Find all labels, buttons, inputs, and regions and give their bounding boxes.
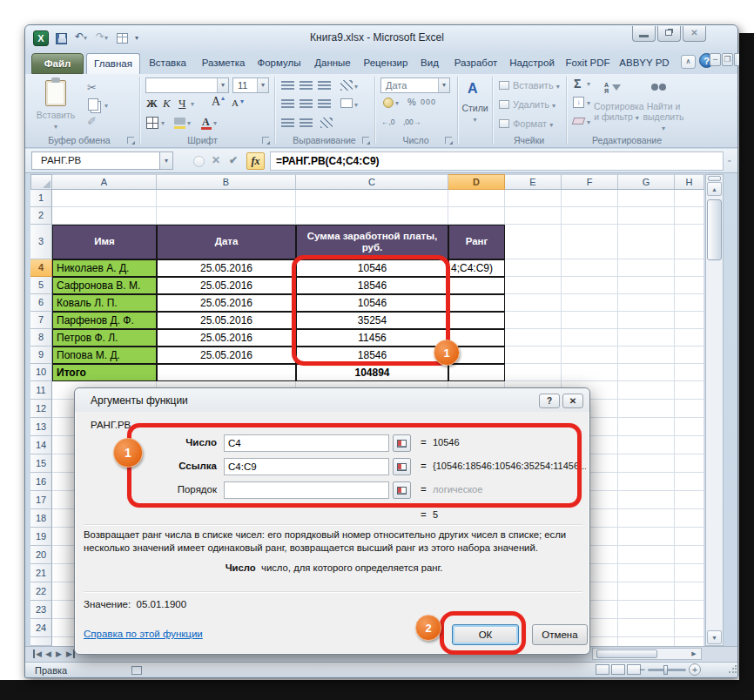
- row-header-18[interactable]: 18: [30, 509, 52, 528]
- cell-rank[interactable]: [448, 294, 505, 312]
- save-icon[interactable]: [56, 33, 67, 44]
- decrease-indent-icon[interactable]: [281, 118, 294, 128]
- row-header-12[interactable]: 12: [30, 400, 52, 418]
- font-dialog-launcher-icon[interactable]: [262, 137, 269, 144]
- restore-button[interactable]: [657, 26, 681, 42]
- tab-view[interactable]: Вид: [413, 53, 447, 74]
- decrease-decimal-icon[interactable]: ,00→: [403, 118, 421, 126]
- prev-sheet-icon[interactable]: ◀: [45, 650, 51, 658]
- column-header-B[interactable]: B: [157, 174, 296, 190]
- row-header-15[interactable]: 15: [30, 454, 52, 473]
- row-header-1[interactable]: 1: [30, 190, 52, 207]
- clipboard-dialog-launcher-icon[interactable]: [127, 137, 134, 144]
- borders-dropdown-icon[interactable]: ▾: [161, 119, 165, 127]
- confirm-entry-icon[interactable]: ✔: [229, 154, 238, 166]
- first-sheet-icon[interactable]: ◀: [33, 650, 42, 658]
- percent-style-button[interactable]: %: [407, 97, 416, 107]
- table-header-cell[interactable]: Дата: [157, 225, 296, 259]
- scroll-right-icon[interactable]: ▶: [688, 650, 700, 658]
- row-header-17[interactable]: 17: [30, 491, 52, 509]
- align-top-icon[interactable]: [281, 81, 294, 91]
- vertical-scrollbar[interactable]: ▲ ▼: [705, 174, 724, 646]
- row-header-25[interactable]: [30, 637, 52, 646]
- row-header-5[interactable]: 5: [30, 277, 52, 294]
- close-button[interactable]: ✕: [683, 26, 706, 42]
- dialog-help-icon[interactable]: ?: [539, 394, 560, 408]
- copy-icon[interactable]: [88, 98, 98, 111]
- cell-date[interactable]: 25.05.2016: [157, 259, 296, 277]
- paste-icon[interactable]: [45, 80, 66, 106]
- row-header-11[interactable]: 11: [30, 381, 52, 400]
- delete-cells-button[interactable]: Удалить ▾: [513, 99, 555, 110]
- normal-view-icon[interactable]: [596, 664, 609, 675]
- row-header-19[interactable]: 19: [30, 528, 52, 546]
- cell-total-label[interactable]: Итого: [52, 364, 157, 381]
- borders-icon[interactable]: [146, 117, 158, 129]
- undo-icon[interactable]: ↶▾: [75, 30, 87, 43]
- workbook-minimize-icon[interactable]: –: [710, 53, 721, 66]
- row-header-9[interactable]: 9: [30, 347, 52, 364]
- column-header-D[interactable]: D: [448, 174, 505, 190]
- merge-dropdown-icon[interactable]: ▾: [354, 101, 358, 109]
- tab-file[interactable]: Файл: [31, 53, 84, 74]
- table-header-cell[interactable]: Ранг: [448, 225, 505, 259]
- orientation-dropdown-icon[interactable]: ▾: [354, 83, 358, 91]
- column-header-C[interactable]: C: [296, 174, 448, 190]
- column-header-E[interactable]: E: [505, 174, 562, 190]
- font-size-combo[interactable]: 11▾: [232, 77, 269, 93]
- cancel-button[interactable]: Отмена: [532, 624, 588, 645]
- cell-name[interactable]: Парфенов Д. Ф.: [52, 312, 157, 329]
- table-header-cell[interactable]: Имя: [52, 225, 157, 259]
- font-color-dropdown-icon[interactable]: ▾: [213, 119, 217, 127]
- tab-foxit[interactable]: Foxit PDF: [559, 53, 616, 74]
- tab-developer[interactable]: Разработ: [447, 53, 505, 74]
- accounting-dropdown-icon[interactable]: ▾: [395, 99, 399, 107]
- select-all-corner[interactable]: [30, 174, 52, 190]
- underline-button[interactable]: Ч: [178, 97, 185, 111]
- tab-abbyy[interactable]: ABBYY PD: [616, 53, 672, 74]
- row-header-4[interactable]: 4: [30, 259, 52, 277]
- accounting-format-icon[interactable]: [383, 98, 394, 108]
- excel-app-icon[interactable]: X: [33, 30, 49, 46]
- row-header-8[interactable]: 8: [30, 329, 52, 347]
- grow-font-button[interactable]: А: [212, 95, 220, 109]
- scrollbar-split-handle[interactable]: [708, 176, 721, 181]
- row-header-6[interactable]: 6: [30, 294, 52, 312]
- name-box-dropdown-icon[interactable]: ▾: [160, 151, 173, 170]
- cell-name[interactable]: Коваль Л. П.: [52, 294, 157, 312]
- tab-home[interactable]: Главная: [86, 53, 140, 74]
- row-header-21[interactable]: 21: [30, 564, 52, 582]
- cancel-entry-icon[interactable]: ✕: [212, 154, 220, 166]
- align-bottom-icon[interactable]: [318, 81, 331, 91]
- cell-date[interactable]: 25.05.2016: [157, 277, 296, 294]
- minimize-button[interactable]: [632, 26, 656, 42]
- insert-cells-button[interactable]: Вставить ▾: [513, 80, 560, 91]
- bold-button[interactable]: Ж: [146, 97, 158, 111]
- format-cells-button[interactable]: Формат ▾: [513, 118, 553, 129]
- insert-function-icon[interactable]: fx: [246, 152, 265, 170]
- fill-color-icon[interactable]: [174, 118, 185, 125]
- row-header-20[interactable]: 20: [30, 546, 52, 564]
- shrink-font-button[interactable]: А: [232, 98, 239, 108]
- row-header-7[interactable]: 7: [30, 312, 52, 329]
- cell-date[interactable]: 25.05.2016: [157, 347, 296, 364]
- row-header-2[interactable]: 2: [30, 207, 52, 225]
- dialog-close-icon[interactable]: ✕: [562, 394, 583, 408]
- next-sheet-icon[interactable]: ▶: [56, 650, 62, 658]
- styles-button[interactable]: Стили▾: [459, 103, 491, 124]
- sort-filter-button[interactable]: Сортировка и фильтр ▾: [594, 101, 639, 124]
- quick-table-icon[interactable]: [117, 33, 128, 44]
- format-painter-icon[interactable]: ✐: [87, 115, 97, 128]
- cell-name[interactable]: Попова М. Д.: [52, 347, 157, 364]
- workbook-close-icon[interactable]: [734, 53, 739, 66]
- cell-date[interactable]: 25.05.2016: [157, 329, 296, 347]
- fill-down-icon[interactable]: ↓: [573, 97, 584, 108]
- cut-icon[interactable]: ✂: [87, 81, 97, 94]
- font-name-combo[interactable]: ▾: [145, 77, 229, 93]
- scroll-up-icon[interactable]: ▲: [707, 182, 722, 196]
- zoom-out-icon[interactable]: −: [639, 663, 645, 676]
- scrollbar-thumb[interactable]: [707, 199, 722, 260]
- align-left-icon[interactable]: [281, 99, 294, 109]
- zoom-in-icon[interactable]: +: [689, 663, 701, 676]
- redo-icon[interactable]: ↷▾: [96, 30, 108, 43]
